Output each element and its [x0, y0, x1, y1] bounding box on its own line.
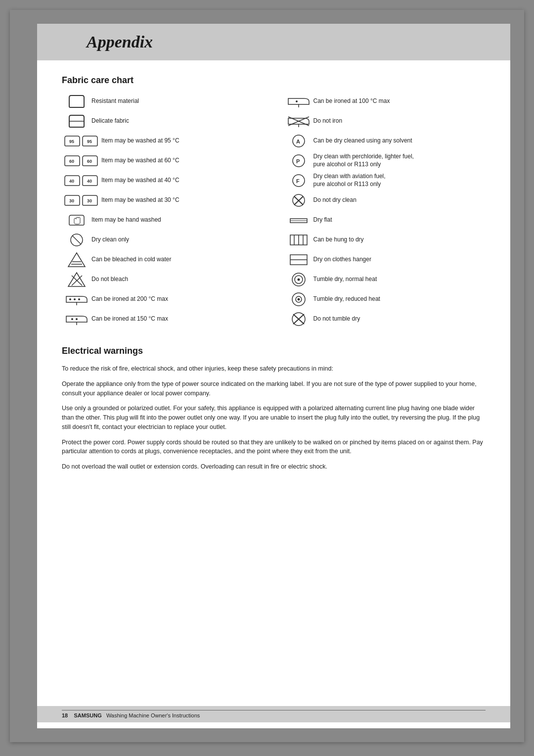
- tumble-reduced-icon: [284, 292, 313, 307]
- hand-wash-label: Item may be hand washed: [91, 216, 161, 224]
- electrical-para-2: Operate the appliance only from the type…: [62, 379, 486, 398]
- list-item: Can be bleached in cold water: [62, 252, 264, 268]
- svg-point-20: [78, 298, 80, 300]
- wash-30-icon: 30 30: [62, 193, 101, 207]
- list-item: Do not bleach: [62, 272, 264, 287]
- electrical-warnings-section: Electrical warnings To reduce the risk o…: [62, 346, 486, 472]
- wash-40-icon: 40 40: [62, 174, 101, 188]
- title-section: Appendix: [37, 24, 510, 60]
- no-iron-label: Do not iron: [313, 117, 343, 125]
- resistant-material-label: Resistant material: [91, 97, 139, 105]
- fabric-chart: Resistant material Delicate fabric: [62, 94, 486, 331]
- no-dry-clean-label: Do not dry clean: [313, 196, 356, 204]
- svg-text:30: 30: [87, 198, 92, 203]
- svg-text:95: 95: [69, 139, 74, 144]
- svg-text:F: F: [296, 178, 300, 184]
- list-item: Tumble dry, reduced heat: [284, 291, 486, 307]
- electrical-para-3: Use only a grounded or polarized outlet.…: [62, 404, 486, 431]
- iron-100-icon: [284, 94, 313, 108]
- svg-point-23: [76, 318, 78, 320]
- list-item: 95 95 Item may be washed at 95 °C: [62, 133, 264, 149]
- dry-flat-icon: [284, 215, 313, 226]
- dry-clean-any-icon: A: [284, 134, 313, 148]
- dry-clean-f-icon: F: [284, 173, 313, 188]
- svg-line-10: [72, 236, 81, 244]
- list-item: Dry on clothes hanger: [284, 252, 486, 268]
- wash-95-icon: 95 95: [62, 134, 101, 148]
- list-item: Can be hung to dry: [284, 232, 486, 248]
- page: Appendix Fabric care chart Resistant mat…: [10, 10, 524, 742]
- wash-40-label: Item may be washed at 40 °C: [101, 177, 179, 185]
- svg-point-48: [297, 279, 300, 281]
- svg-text:60: 60: [69, 159, 74, 164]
- wash-60-icon: 60 60: [62, 154, 101, 168]
- list-item: 60 60 Item may be washed at 60 °C: [62, 153, 264, 169]
- svg-point-51: [297, 298, 300, 301]
- electrical-warnings-title: Electrical warnings: [62, 346, 486, 356]
- dry-flat-label: Dry flat: [313, 216, 332, 224]
- svg-text:60: 60: [87, 159, 92, 164]
- list-item: Do not tumble dry: [284, 311, 486, 327]
- tumble-normal-icon: [284, 272, 313, 287]
- bleach-cold-label: Can be bleached in cold water: [91, 256, 171, 264]
- list-item: P Dry clean with perchloride, lighter fu…: [284, 153, 486, 169]
- clothes-hanger-icon: [284, 253, 313, 267]
- wash-95-label: Item may be washed at 95 °C: [101, 137, 179, 145]
- right-bar: [510, 24, 524, 728]
- list-item: Tumble dry, normal heat: [284, 272, 486, 287]
- svg-point-18: [69, 298, 71, 300]
- iron-150-label: Can be ironed at 150 °C max: [91, 315, 168, 323]
- electrical-para-4: Protect the power cord. Power supply cor…: [62, 438, 486, 457]
- no-bleach-icon: [62, 272, 91, 287]
- svg-text:P: P: [296, 158, 300, 164]
- hung-dry-icon: [284, 233, 313, 247]
- iron-100-label: Can be ironed at 100 °C max: [313, 97, 390, 105]
- bleach-cold-icon: [62, 252, 91, 268]
- delicate-fabric-label: Delicate fabric: [91, 117, 129, 125]
- list-item: A Can be dry cleaned using any solvent: [284, 133, 486, 149]
- no-tumble-label: Do not tumble dry: [313, 315, 360, 323]
- svg-text:40: 40: [69, 179, 74, 184]
- list-item: 30 30 Item may be washed at 30 °C: [62, 192, 264, 208]
- hung-dry-label: Can be hung to dry: [313, 236, 364, 244]
- iron-200-label: Can be ironed at 200 °C max: [91, 295, 168, 303]
- list-item: Do not dry clean: [284, 192, 486, 208]
- footer-brand-name: SAMSUNG: [74, 712, 101, 718]
- list-item: Item may be hand washed: [62, 212, 264, 228]
- svg-text:30: 30: [69, 198, 74, 203]
- svg-point-25: [296, 100, 298, 102]
- svg-point-22: [71, 318, 73, 320]
- svg-point-19: [74, 298, 76, 300]
- dry-clean-only-icon: [62, 233, 91, 247]
- electrical-para-5: Do not overload the wall outlet or exten…: [62, 462, 486, 472]
- list-item: Resistant material: [62, 94, 264, 109]
- list-item: 40 40 Item may be washed at 40 °C: [62, 173, 264, 189]
- chart-left-column: Resistant material Delicate fabric: [62, 94, 264, 331]
- resistant-material-icon: [62, 94, 91, 108]
- wash-30-label: Item may be washed at 30 °C: [101, 196, 179, 204]
- list-item: Delicate fabric: [62, 113, 264, 129]
- footer-brand: 18: [62, 712, 68, 718]
- clothes-hanger-label: Dry on clothes hanger: [313, 256, 371, 264]
- list-item: Dry clean only: [62, 232, 264, 248]
- svg-text:40: 40: [87, 179, 92, 184]
- svg-marker-14: [68, 273, 85, 286]
- list-item: Can be ironed at 150 °C max: [62, 311, 264, 327]
- left-bar: [10, 24, 37, 728]
- footer-description: Washing Machine Owner's Instructions: [106, 712, 200, 718]
- no-iron-icon: [284, 114, 313, 128]
- iron-200-icon: [62, 292, 91, 306]
- list-item: Can be ironed at 200 °C max: [62, 291, 264, 307]
- tumble-normal-label: Tumble dry, normal heat: [313, 276, 377, 284]
- top-bar: [10, 10, 524, 24]
- list-item: Can be ironed at 100 °C max: [284, 94, 486, 109]
- tumble-reduced-label: Tumble dry, reduced heat: [313, 295, 380, 303]
- svg-marker-11: [68, 253, 85, 267]
- page-footer: 18 SAMSUNG Washing Machine Owner's Instr…: [37, 706, 510, 722]
- content: Appendix Fabric care chart Resistant mat…: [37, 24, 510, 728]
- hand-wash-icon: [62, 213, 91, 227]
- svg-text:A: A: [296, 139, 300, 144]
- no-bleach-label: Do not bleach: [91, 276, 128, 284]
- wash-60-label: Item may be washed at 60 °C: [101, 157, 179, 165]
- no-tumble-icon: [284, 312, 313, 327]
